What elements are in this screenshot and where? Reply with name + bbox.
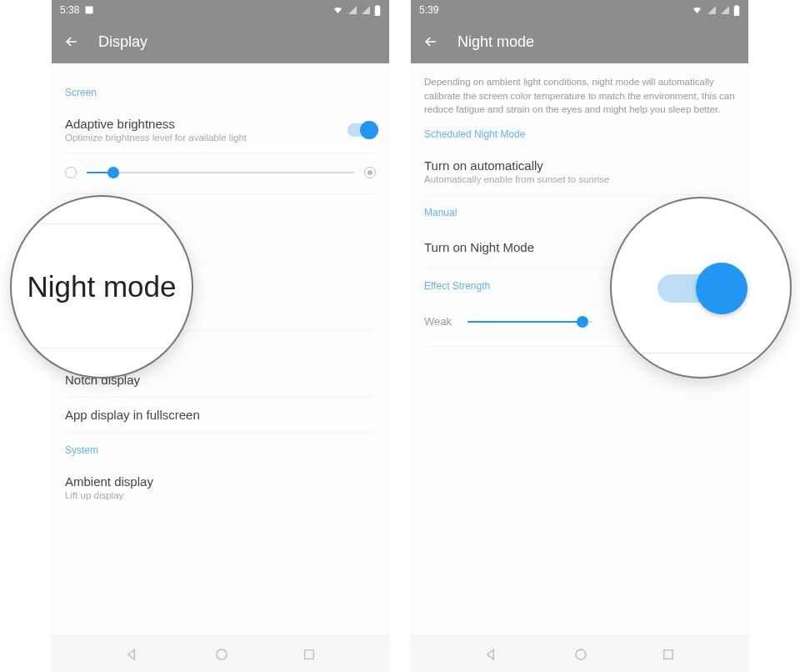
adaptive-brightness-sub: Optimize brightness level for available …: [65, 133, 247, 143]
wifi-icon: [691, 5, 703, 15]
svg-rect-5: [734, 6, 740, 16]
brightness-slider-row[interactable]: [65, 153, 376, 194]
adaptive-brightness-toggle[interactable]: [348, 123, 376, 137]
section-system: System: [65, 444, 376, 456]
signal-icon-2: [720, 5, 730, 15]
app-fullscreen-row[interactable]: App display in fullscreen: [65, 398, 376, 433]
adaptive-brightness-row[interactable]: Adaptive brightness Optimize brightness …: [65, 107, 376, 153]
photo-icon: [84, 5, 94, 15]
svg-rect-1: [375, 6, 381, 16]
nav-back-icon[interactable]: [125, 647, 140, 662]
effect-weak-label: Weak: [424, 315, 456, 328]
section-scheduled: Scheduled Night Mode: [424, 128, 735, 140]
svg-point-7: [576, 649, 586, 659]
turn-on-auto-row[interactable]: Turn on automatically Automatically enab…: [424, 148, 735, 195]
svg-rect-6: [736, 5, 738, 7]
svg-rect-4: [304, 649, 313, 659]
battery-icon: [374, 5, 381, 16]
app-bar: Display: [52, 20, 389, 63]
ambient-display-sub: Lift up display: [65, 490, 376, 500]
turn-on-auto-sub: Automatically enable from sunset to sunr…: [424, 174, 735, 184]
nav-home-icon[interactable]: [573, 647, 588, 662]
status-time: 5:39: [419, 4, 438, 16]
callout-night-mode-text: Night mode: [10, 195, 193, 379]
callout-night-mode-toggle[interactable]: [658, 268, 744, 308]
brightness-auto-icon: [364, 167, 376, 178]
ambient-display-row[interactable]: Ambient display Lift up display: [65, 464, 376, 510]
nav-recent-icon[interactable]: [302, 648, 316, 661]
nav-back-icon[interactable]: [484, 647, 499, 662]
nav-bar: [52, 635, 389, 672]
signal-icon: [348, 5, 358, 15]
svg-rect-8: [663, 649, 672, 659]
brightness-slider[interactable]: [87, 172, 354, 173]
back-icon[interactable]: [63, 33, 80, 50]
brightness-low-icon: [65, 167, 77, 178]
adaptive-brightness-title: Adaptive brightness: [65, 117, 247, 131]
turn-on-auto-title: Turn on automatically: [424, 158, 735, 173]
nav-home-icon[interactable]: [214, 647, 229, 662]
wifi-icon: [332, 5, 344, 15]
svg-point-3: [217, 649, 227, 659]
turn-on-night-mode-title: Turn on Night Mode: [424, 240, 534, 254]
status-bar: 5:39: [411, 0, 748, 20]
night-mode-description: Depending on ambient light conditions, n…: [424, 75, 735, 117]
status-time: 5:38: [60, 4, 79, 16]
signal-icon: [707, 5, 717, 15]
page-title: Night mode: [458, 33, 534, 51]
nav-bar: [411, 635, 748, 672]
app-fullscreen-title: App display in fullscreen: [65, 408, 376, 422]
svg-rect-0: [86, 7, 93, 14]
back-icon[interactable]: [422, 33, 439, 50]
battery-icon: [733, 5, 740, 16]
status-bar: 5:38: [52, 0, 389, 20]
section-screen: Screen: [65, 87, 376, 98]
app-bar: Night mode: [411, 20, 748, 63]
svg-rect-2: [377, 5, 379, 7]
ambient-display-title: Ambient display: [65, 474, 376, 489]
effect-strength-slider[interactable]: [468, 321, 592, 323]
nav-recent-icon[interactable]: [662, 648, 675, 661]
page-title: Display: [98, 33, 148, 51]
callout-toggle: [610, 197, 792, 379]
signal-icon-2: [361, 5, 371, 15]
callout-night-mode-label: Night mode: [28, 270, 177, 303]
